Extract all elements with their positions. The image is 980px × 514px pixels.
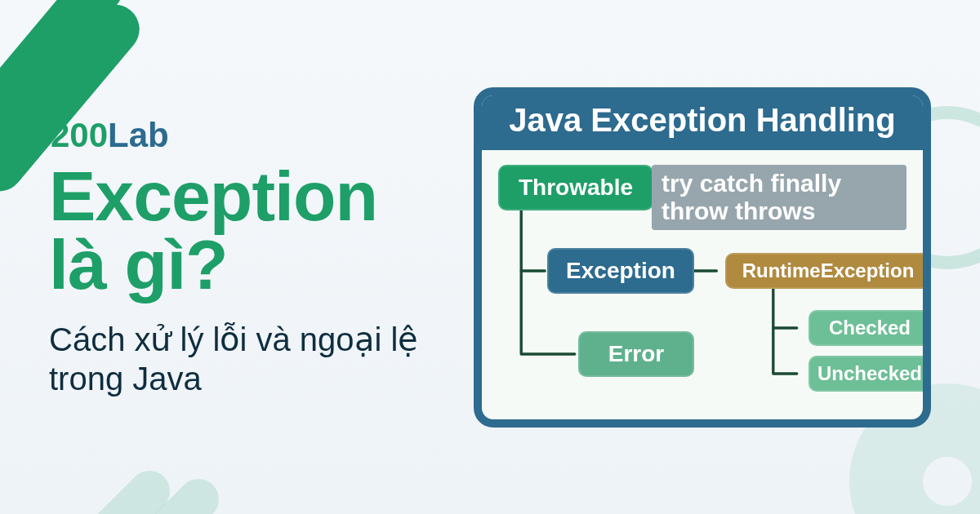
panel-body: Throwable try catch finally throw throws… [482, 150, 923, 419]
main-content: 200Lab Exception là gì? Cách xử lý lỗi v… [0, 0, 980, 514]
brand-logo: 200Lab [51, 116, 441, 155]
right-column: Java Exception Handling Throwable try ca… [474, 87, 931, 428]
node-throwable: Throwable [498, 165, 653, 210]
logo-part-lab: Lab [108, 116, 169, 154]
logo-part-200: 200 [51, 116, 108, 154]
node-runtime-exception: RuntimeException [725, 253, 931, 289]
panel-title: Java Exception Handling [482, 95, 923, 150]
node-unchecked: Unchecked [808, 356, 931, 392]
left-column: 200Lab Exception là gì? Cách xử lý lỗi v… [49, 116, 441, 399]
node-checked: Checked [808, 310, 931, 346]
headline: Exception là gì? [49, 162, 441, 299]
keywords-box: try catch finally throw throws [652, 165, 906, 230]
subheadline: Cách xử lý lỗi và ngoại lệ trong Java [49, 320, 441, 398]
node-error: Error [578, 331, 694, 377]
diagram-panel: Java Exception Handling Throwable try ca… [474, 87, 931, 428]
node-exception: Exception [547, 248, 694, 294]
